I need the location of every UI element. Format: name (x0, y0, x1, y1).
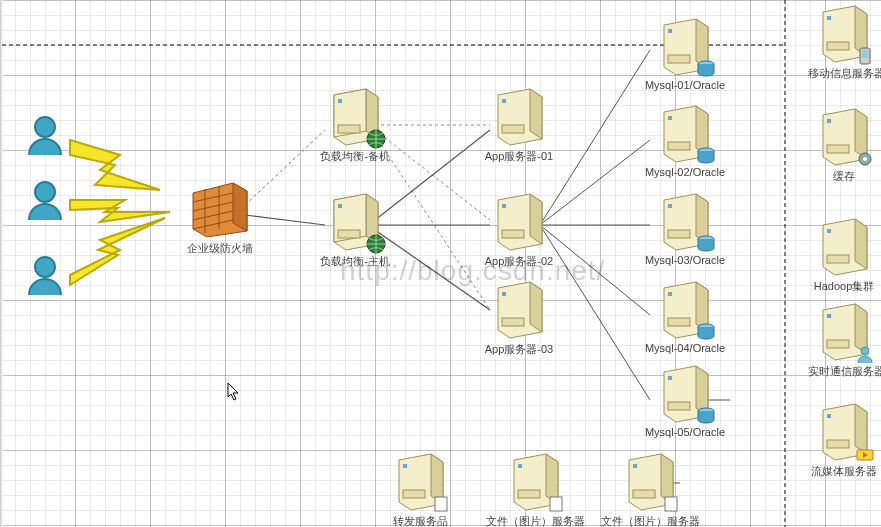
app-server-1[interactable]: App服务器-01 (480, 85, 558, 164)
svg-rect-37 (502, 204, 506, 208)
svg-rect-42 (668, 55, 690, 63)
stream-label: 流媒体服务器 (808, 464, 880, 479)
db-server-4[interactable]: Mysql-04/Oracle (640, 278, 730, 354)
user-2 (25, 180, 65, 224)
app-server-3[interactable]: App服务器-03 (480, 278, 558, 357)
svg-rect-70 (827, 440, 849, 448)
svg-rect-51 (668, 318, 690, 326)
svg-rect-29 (338, 99, 342, 103)
file2-label: 文件（图片）服务器 (595, 514, 705, 527)
doc-icon (431, 494, 451, 514)
svg-rect-50 (668, 292, 672, 296)
svg-rect-80 (633, 490, 655, 498)
app1-label: App服务器-01 (480, 149, 558, 164)
app2-label: App服务器-02 (480, 254, 558, 269)
cache-server[interactable]: 缓存 (808, 105, 880, 184)
cache-label: 缓存 (808, 169, 880, 184)
svg-rect-39 (502, 292, 506, 296)
svg-point-22 (35, 257, 55, 277)
gear-icon (855, 149, 875, 169)
svg-rect-69 (827, 414, 831, 418)
server-icon (393, 450, 447, 512)
svg-rect-48 (668, 230, 690, 238)
database-icon (696, 234, 716, 254)
person-icon (25, 115, 65, 159)
svg-rect-36 (502, 125, 524, 133)
svg-point-21 (35, 182, 55, 202)
svg-rect-32 (338, 204, 342, 208)
lb-backup-label: 负载均衡-备机 (320, 149, 390, 164)
cursor-icon (227, 382, 241, 402)
svg-rect-54 (668, 402, 690, 410)
svg-rect-30 (338, 125, 360, 133)
globe-icon (366, 234, 386, 254)
server-icon (328, 190, 382, 252)
server-icon (492, 85, 546, 147)
database-icon (696, 322, 716, 342)
server-icon (817, 300, 871, 362)
mobile-label: 移动信息服务器 (808, 66, 880, 81)
server-icon (817, 105, 871, 167)
grid-background (0, 0, 881, 527)
db-server-3[interactable]: Mysql-03/Oracle (640, 190, 730, 266)
svg-rect-33 (338, 230, 360, 238)
globe-icon (366, 129, 386, 149)
db-server-5[interactable]: Mysql-05/Oracle (640, 362, 730, 438)
forward-server[interactable]: 转发服务品 (385, 450, 455, 527)
file-server-1[interactable]: 文件（图片）服务器 (480, 450, 590, 527)
file-server-2[interactable]: 文件（图片）服务器 (595, 450, 705, 527)
svg-rect-40 (502, 318, 524, 326)
svg-rect-56 (827, 16, 831, 20)
db-server-2[interactable]: Mysql-02/Oracle (640, 102, 730, 178)
svg-rect-57 (827, 42, 849, 50)
svg-rect-64 (827, 229, 831, 233)
svg-rect-79 (633, 464, 637, 468)
stream-server[interactable]: 流媒体服务器 (808, 400, 880, 479)
firewall[interactable]: 企业级防火墙 (185, 175, 255, 256)
server-icon (817, 2, 871, 64)
media-icon (855, 444, 875, 464)
svg-rect-61 (827, 145, 849, 153)
db-server-1[interactable]: Mysql-01/Oracle (640, 15, 730, 91)
lb-main-label: 负载均衡-主机 (320, 254, 390, 269)
svg-rect-77 (518, 490, 540, 498)
server-icon (817, 215, 871, 277)
lb-main[interactable]: 负载均衡-主机 (320, 190, 390, 269)
diagram-canvas: http://blog.csdn.net/ 企 (0, 0, 881, 527)
svg-rect-76 (518, 464, 522, 468)
mobile-info-server[interactable]: 移动信息服务器 (808, 2, 880, 81)
person-icon (25, 255, 65, 299)
user-1 (25, 115, 65, 159)
db2-label: Mysql-02/Oracle (640, 166, 730, 178)
svg-rect-75 (435, 497, 447, 511)
im-label: 实时通信服务器 (808, 364, 880, 379)
lb-backup[interactable]: 负载均衡-备机 (320, 85, 390, 164)
server-icon (492, 190, 546, 252)
svg-point-63 (863, 157, 867, 161)
server-icon (658, 278, 712, 340)
phone-icon (855, 46, 875, 66)
hadoop-label: Hadoop集群 (808, 279, 880, 294)
hadoop-cluster[interactable]: Hadoop集群 (808, 215, 880, 294)
person-icon (855, 344, 875, 364)
db1-label: Mysql-01/Oracle (640, 79, 730, 91)
svg-rect-81 (665, 497, 677, 511)
firewall-icon (185, 175, 255, 239)
database-icon (696, 146, 716, 166)
server-icon (658, 362, 712, 424)
server-icon (658, 102, 712, 164)
server-icon (328, 85, 382, 147)
svg-rect-67 (827, 340, 849, 348)
svg-rect-41 (668, 29, 672, 33)
app3-label: App服务器-03 (480, 342, 558, 357)
app-server-2[interactable]: App服务器-02 (480, 190, 558, 269)
server-icon (492, 278, 546, 340)
svg-rect-66 (827, 314, 831, 318)
server-icon (623, 450, 677, 512)
im-server[interactable]: 实时通信服务器 (808, 300, 880, 379)
svg-rect-53 (668, 376, 672, 380)
database-icon (696, 59, 716, 79)
svg-rect-74 (403, 490, 425, 498)
svg-rect-45 (668, 142, 690, 150)
server-icon (817, 400, 871, 462)
